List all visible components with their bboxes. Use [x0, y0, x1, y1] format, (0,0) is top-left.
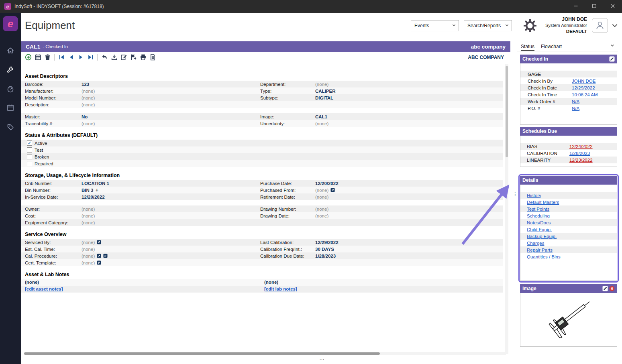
- search-reports-dropdown[interactable]: Search/Reports: [464, 20, 512, 31]
- status-label: Check In Time: [528, 92, 557, 97]
- active-checkbox[interactable]: ✓: [27, 140, 32, 146]
- right-field: Image:CAL1: [260, 114, 503, 119]
- edit-button[interactable]: [119, 53, 128, 62]
- last-button[interactable]: [86, 53, 95, 62]
- details-link-charges[interactable]: Charges: [527, 241, 544, 246]
- status-value-link[interactable]: N/A: [572, 99, 579, 104]
- delete-image-icon[interactable]: [609, 286, 615, 291]
- goto-record-icon[interactable]: [97, 240, 101, 244]
- details-row: Backup Equip.: [520, 233, 617, 240]
- details-link-scheduling[interactable]: Scheduling: [527, 214, 550, 218]
- sidebar-item-calendar-side[interactable]: [6, 104, 14, 112]
- document-icon[interactable]: [97, 260, 101, 265]
- details-row: Test Points: [520, 205, 617, 212]
- left-field: Serviced By:(none): [21, 240, 260, 245]
- tab-status[interactable]: Status: [521, 44, 534, 51]
- status-side-panel: Status Flowchart Checked In GAGECheck In…: [517, 41, 620, 362]
- note-value: (none): [25, 279, 39, 286]
- sidebar-item-tools[interactable]: [6, 66, 14, 74]
- first-button[interactable]: [57, 53, 66, 62]
- details-link-history[interactable]: History: [527, 193, 541, 198]
- previous-button[interactable]: [67, 53, 75, 62]
- field-value: CALIPER: [315, 89, 335, 94]
- sidebar-item-gauge[interactable]: [6, 85, 14, 93]
- status-value-link[interactable]: N/A: [572, 106, 579, 111]
- checkin-button[interactable]: [129, 53, 138, 62]
- export-button[interactable]: [110, 53, 118, 62]
- schedule-date-link[interactable]: 12/23/2022: [569, 158, 593, 163]
- tab-flowchart[interactable]: Flowchart: [541, 44, 562, 51]
- delete-icon: [44, 54, 51, 61]
- next-button[interactable]: [76, 53, 85, 62]
- user-avatar[interactable]: [592, 18, 608, 33]
- details-link-default-masters[interactable]: Default Masters: [527, 200, 559, 205]
- details-link-test-points[interactable]: Test Points: [527, 207, 549, 211]
- details-row: Repair Parts: [520, 246, 617, 253]
- delete-button[interactable]: [43, 53, 52, 62]
- document-icon[interactable]: [103, 254, 108, 258]
- field-value: (none): [82, 220, 95, 225]
- indysoft-logo[interactable]: e: [3, 16, 18, 31]
- section-heading: Asset & Lab Notes: [25, 272, 503, 277]
- field-value: (none): [82, 89, 95, 94]
- add-button[interactable]: [24, 53, 33, 62]
- goto-record-icon[interactable]: [330, 188, 335, 192]
- goto-record-icon[interactable]: [97, 254, 101, 258]
- user-menu-chevron-icon[interactable]: [611, 22, 618, 29]
- schedule-row: LINEARITY12/23/2022: [520, 157, 617, 163]
- details-link-backup-equip-[interactable]: Backup Equip.: [527, 234, 557, 239]
- details-link-repair-parts[interactable]: Repair Parts: [527, 248, 553, 252]
- status-value-link[interactable]: JOHN DOE: [572, 79, 595, 83]
- calendar-button[interactable]: [33, 53, 42, 62]
- status-value-link[interactable]: 10:06:24 AM: [572, 92, 598, 97]
- field-label: Serviced By:: [25, 240, 82, 245]
- details-link-notes-docs[interactable]: Notes/Docs: [527, 220, 551, 225]
- schedule-date-link[interactable]: 1/28/2023: [569, 151, 590, 156]
- undo-button[interactable]: [100, 53, 109, 62]
- minimize-button[interactable]: [567, 0, 585, 13]
- edit-pencil-icon[interactable]: [602, 286, 608, 291]
- field-value: 12/20/2022: [315, 181, 339, 186]
- field-row: Equipment Category:(none): [21, 219, 503, 226]
- undo-icon: [101, 54, 108, 61]
- toolbar-separator: [54, 54, 55, 61]
- field-row: Traceability #:(none)Uncertainty:(none): [21, 120, 503, 127]
- edit-lab-notes-link[interactable]: [edit lab notes]: [264, 286, 297, 293]
- right-field: Purchase Date:12/20/2022: [260, 181, 503, 186]
- test-checkbox[interactable]: [27, 147, 32, 153]
- broken-checkbox[interactable]: [27, 154, 32, 159]
- bottom-splitter-handle[interactable]: …: [314, 355, 330, 361]
- app-logo-icon: e: [4, 3, 11, 10]
- horizontal-scrollbar-thumb[interactable]: [24, 352, 380, 355]
- events-dropdown-label: Events: [414, 23, 429, 28]
- close-button[interactable]: [604, 0, 622, 13]
- field-value: (none): [82, 102, 95, 107]
- sidebar-item-tags[interactable]: [6, 123, 14, 131]
- add-bin-icon[interactable]: +: [95, 188, 98, 192]
- schedule-date-link[interactable]: 12/24/2022: [569, 144, 593, 149]
- vertical-scrollbar-thumb[interactable]: [506, 66, 508, 157]
- status-value-link[interactable]: 12/29/2022: [572, 85, 595, 90]
- section-heading: Service Overview: [25, 232, 503, 237]
- edit-asset-notes-link[interactable]: [edit asset notes]: [25, 286, 63, 293]
- maximize-button[interactable]: [585, 0, 604, 13]
- sidebar-item-home[interactable]: [6, 47, 14, 55]
- field-value: (none): [82, 254, 95, 258]
- print-button[interactable]: [139, 53, 147, 62]
- field-value: 12/20/2022: [82, 195, 105, 199]
- document-button[interactable]: [148, 53, 157, 62]
- toolbar-separator: [97, 54, 98, 61]
- search-reports-dropdown-label: Search/Reports: [467, 23, 501, 28]
- field-row: Est. Cal. Time:(none)Calibration Freq/In…: [21, 246, 503, 252]
- field-value: (none): [82, 240, 95, 245]
- section-heading: Status & Attributes (DEFAULT): [25, 132, 503, 138]
- details-link-child-equip-[interactable]: Child Equip.: [527, 227, 552, 232]
- repaired-checkbox[interactable]: [27, 161, 32, 166]
- field-row: Crib Number:LOCATION 1Purchase Date:12/2…: [21, 180, 503, 187]
- events-dropdown[interactable]: Events: [411, 20, 459, 31]
- details-row: Notes/Docs: [520, 219, 617, 226]
- details-link-quantities-bins[interactable]: Quantities / Bins: [527, 254, 561, 259]
- edit-pencil-icon[interactable]: [609, 56, 615, 62]
- panel-menu-chevron-icon[interactable]: [610, 43, 616, 49]
- first-icon: [58, 54, 65, 61]
